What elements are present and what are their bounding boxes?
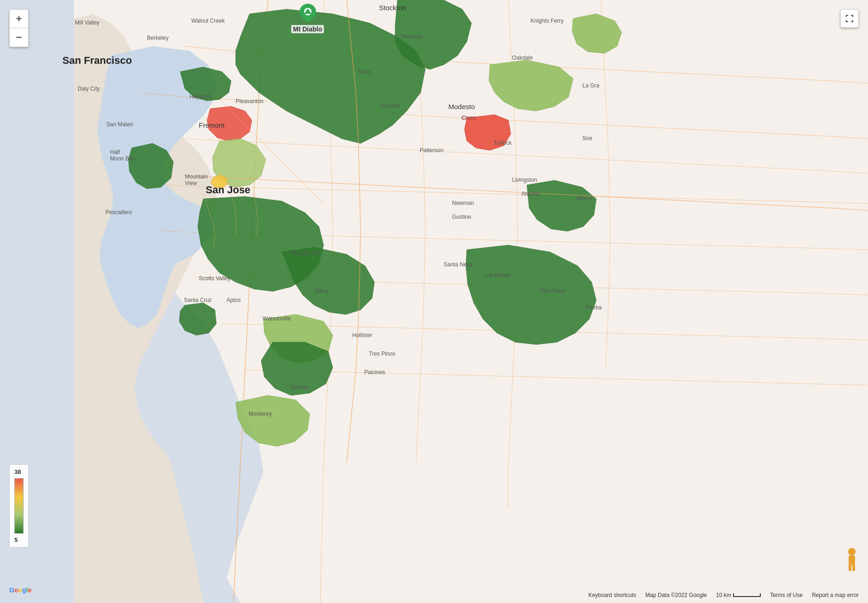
map-container: San Francisco San Jose Fremont Modesto M… [0, 0, 868, 603]
zoom-in-button[interactable]: + [10, 10, 28, 28]
svg-rect-5 [852, 564, 855, 571]
zoom-controls: + − [9, 9, 29, 47]
svg-rect-4 [849, 564, 851, 571]
pin-label: Mt Diablo [291, 25, 324, 33]
keyboard-shortcuts[interactable]: Keyboard shortcuts [588, 592, 636, 598]
pin-icon [300, 4, 316, 22]
svg-point-2 [848, 548, 856, 555]
bottom-bar: Keyboard shortcuts Map Data ©2022 Google… [0, 592, 868, 598]
map-svg [0, 0, 868, 603]
fullscreen-button[interactable] [840, 9, 859, 28]
map-data-attribution: Map Data ©2022 Google [645, 592, 707, 598]
street-view-pegman[interactable] [845, 548, 859, 575]
fullscreen-icon [845, 14, 854, 23]
svg-rect-3 [849, 555, 855, 565]
scale-bar: 10 km [716, 592, 761, 598]
legend: 38 5 [9, 464, 29, 548]
legend-gradient [14, 478, 24, 534]
scale-line [733, 593, 761, 597]
report-error[interactable]: Report a map error [812, 592, 859, 598]
zoom-out-button[interactable]: − [10, 28, 28, 47]
legend-max-value: 38 [14, 468, 21, 475]
terms-of-use[interactable]: Terms of Use [770, 592, 803, 598]
scale-label: 10 km [716, 592, 731, 598]
pegman-icon [845, 548, 859, 573]
legend-min-value: 5 [14, 536, 18, 543]
map-pin-mt-diablo: Mt Diablo [291, 4, 324, 33]
